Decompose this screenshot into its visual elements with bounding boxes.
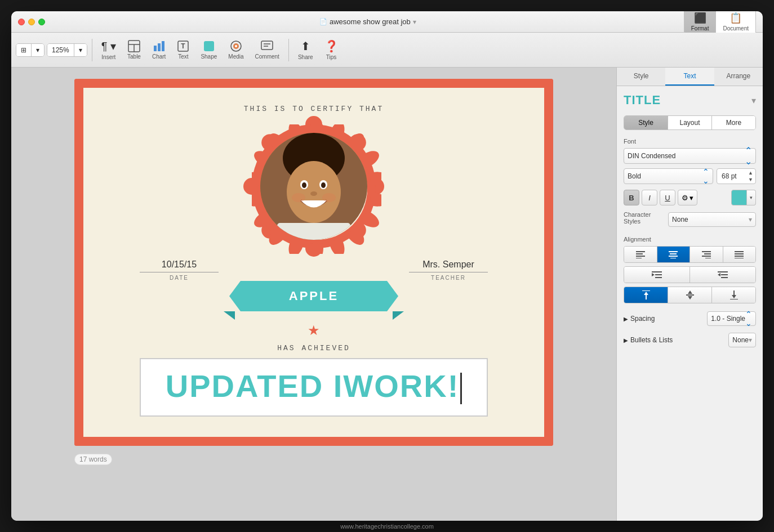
svg-marker-76 <box>688 296 692 299</box>
valign-bottom-button[interactable] <box>712 287 755 303</box>
align-center-button[interactable] <box>657 247 691 262</box>
achievement-text-2: IWORK! <box>333 368 460 404</box>
achievement-box[interactable]: UPDATED IWORK! <box>140 358 488 417</box>
underline-button[interactable]: U <box>660 190 675 205</box>
certificate-inner[interactable]: THIS IS TO CERTIFY THAT <box>83 88 544 437</box>
svg-point-43 <box>310 191 317 196</box>
document-button[interactable]: 📋 Document <box>716 11 755 34</box>
media-group[interactable]: Media <box>224 38 248 62</box>
insert-group[interactable]: ¶ ▾ Insert <box>97 37 121 62</box>
text-group[interactable]: T Text <box>172 38 194 62</box>
comment-icon <box>261 40 273 52</box>
website-text: www.heritagechristiancollege.com <box>340 523 434 530</box>
photo-area <box>106 124 522 248</box>
svg-rect-8 <box>204 41 214 51</box>
font-size-decrement[interactable]: ▼ <box>748 176 753 183</box>
document-label: Document <box>723 25 749 32</box>
valign-top-button[interactable] <box>624 287 668 303</box>
align-justify-button[interactable] <box>723 247 756 262</box>
sub-tab-layout[interactable]: Layout <box>668 116 712 129</box>
zoom-dropdown[interactable]: ▾ <box>74 44 87 56</box>
close-button[interactable] <box>18 19 25 25</box>
certify-text: THIS IS TO CERTIFY THAT <box>106 105 522 113</box>
achievement-text: UPDATED <box>166 368 333 404</box>
window-title-area: 📄 awesome show great job ▾ <box>52 17 684 26</box>
italic-button[interactable]: I <box>642 190 657 205</box>
font-name-arrow: ⌃⌄ <box>745 145 752 167</box>
shape-group[interactable]: Shape <box>196 38 221 62</box>
bullets-header[interactable]: ▶ Bullets & Lists None ▾ <box>624 333 756 347</box>
align-right-button[interactable] <box>690 247 723 262</box>
tab-text[interactable]: Text <box>665 68 714 86</box>
tips-group[interactable]: ❓ Tips <box>320 37 343 62</box>
svg-marker-65 <box>652 273 655 276</box>
font-name-select[interactable]: DIN Condensed ⌃⌄ <box>624 148 756 164</box>
canvas-area[interactable]: THIS IS TO CERTIFY THAT <box>11 68 616 521</box>
font-style-select[interactable]: Bold ⌃⌄ <box>624 168 713 184</box>
banner-container: APPLE <box>229 281 398 311</box>
text-cursor <box>460 373 462 404</box>
indent-increase-button[interactable] <box>690 267 755 283</box>
sub-tab-more[interactable]: More <box>712 116 755 129</box>
spacing-select[interactable]: 1.0 - Single ⌃⌄ <box>707 311 756 326</box>
table-icon <box>128 40 140 52</box>
tips-label: Tips <box>326 54 337 60</box>
bold-button[interactable]: B <box>624 190 639 205</box>
para-style-dropdown[interactable]: ▾ <box>751 95 756 106</box>
color-arrow[interactable]: ▾ <box>747 190 756 205</box>
teacher-value: Mrs. Semper <box>409 260 488 272</box>
media-label: Media <box>228 53 243 60</box>
spacing-section: ▶ Spacing 1.0 - Single ⌃⌄ <box>624 311 756 326</box>
date-value: 10/15/15 <box>140 260 219 272</box>
cert-middle: 10/15/15 DATE Mrs. Semper TEACHER <box>106 260 522 281</box>
cert-star: ★ <box>106 323 522 338</box>
format-btns-row: B I U ⚙ ▾ ▾ <box>624 190 756 205</box>
valign-row <box>624 287 756 303</box>
view-button-group[interactable]: ⊞ ▾ <box>16 43 45 57</box>
zoom-value[interactable]: 125% <box>47 44 74 56</box>
minimize-button[interactable] <box>28 19 35 25</box>
sub-tabs: Style Layout More <box>624 115 756 130</box>
spacing-arrow: ⌃⌄ <box>745 310 752 328</box>
spacing-header[interactable]: ▶ Spacing 1.0 - Single ⌃⌄ <box>624 311 756 326</box>
table-label: Table <box>127 53 141 60</box>
char-style-select[interactable]: None ▾ <box>668 212 756 227</box>
svg-rect-4 <box>158 43 161 51</box>
font-size-increment[interactable]: ▲ <box>748 169 753 176</box>
tab-arrange[interactable]: Arrange <box>714 68 763 86</box>
main-area: THIS IS TO CERTIFY THAT <box>11 68 763 521</box>
font-section-label: Font <box>624 138 756 145</box>
achievement-title: UPDATED IWORK! <box>152 370 475 404</box>
svg-marker-72 <box>644 292 648 295</box>
comment-group[interactable]: Comment <box>251 38 284 62</box>
tips-icon: ❓ <box>324 39 339 53</box>
indent-decrease-button[interactable] <box>624 267 690 283</box>
share-icon: ⬆ <box>301 39 310 53</box>
align-row-h <box>624 246 756 263</box>
photo-circle <box>260 133 367 240</box>
chart-group[interactable]: Chart <box>148 38 170 62</box>
view-icon: ⊞ <box>21 46 26 54</box>
tab-style[interactable]: Style <box>617 68 665 86</box>
align-left-button[interactable] <box>624 247 657 262</box>
text-options-button[interactable]: ⚙ ▾ <box>678 190 697 205</box>
font-size-value: 68 pt <box>722 172 737 180</box>
title-dropdown-arrow[interactable]: ▾ <box>413 18 416 26</box>
format-button[interactable]: ⬛ Format <box>684 11 717 34</box>
chart-icon <box>153 40 165 52</box>
bullets-select[interactable]: None ▾ <box>728 333 756 347</box>
zoom-button-group[interactable]: 125% ▾ <box>47 43 87 57</box>
maximize-button[interactable] <box>38 19 45 25</box>
banner-right-tail <box>393 311 404 320</box>
font-size-stepper[interactable]: ▲ ▼ <box>748 169 753 183</box>
share-group[interactable]: ⬆ Share <box>293 37 318 62</box>
table-group[interactable]: Table <box>123 38 145 62</box>
view-button[interactable]: ⊞ <box>16 44 32 56</box>
sub-tab-style[interactable]: Style <box>624 116 668 129</box>
banner-text: APPLE <box>229 281 398 311</box>
view-dropdown[interactable]: ▾ <box>32 44 44 56</box>
color-swatch[interactable] <box>731 190 747 205</box>
alignment-section: Alignment <box>624 236 756 303</box>
valign-middle-button[interactable] <box>668 287 712 303</box>
date-label: DATE <box>140 275 219 281</box>
